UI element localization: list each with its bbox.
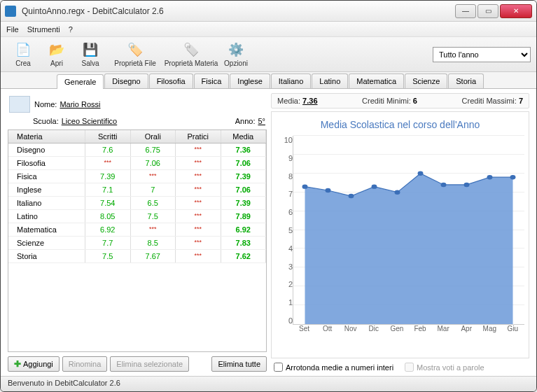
- tab-fisica[interactable]: Fisica: [194, 74, 230, 88]
- avatar-icon: [9, 96, 30, 113]
- cell-pratici: ***: [176, 183, 221, 196]
- svg-point-2: [326, 188, 331, 192]
- open-folder-icon: 📂: [48, 41, 65, 58]
- cell-materia: Matematica: [8, 223, 85, 236]
- opzioni-button[interactable]: ⚙️Opzioni: [219, 41, 253, 67]
- titlebar: QuintoAnno.regx - DebitCalculator 2.6 — …: [1, 1, 536, 22]
- cell-pratici: ***: [176, 250, 221, 262]
- crediti-min-value: 6: [413, 97, 417, 105]
- chart-yaxis: 109876543210: [276, 136, 293, 339]
- menu-file[interactable]: File: [6, 25, 19, 34]
- table-row[interactable]: Fisica7.39******7.39: [8, 170, 266, 183]
- header-scritti[interactable]: Scritti: [85, 130, 131, 143]
- tab-filosofia[interactable]: Filosofia: [149, 74, 193, 88]
- svg-point-3: [349, 194, 354, 198]
- cell-pratici: ***: [176, 157, 221, 169]
- cell-media: 7.39: [221, 170, 267, 183]
- cell-materia: Italiano: [8, 197, 85, 209]
- table-row[interactable]: Scienze7.78.5***7.83: [8, 237, 266, 250]
- svg-marker-0: [305, 174, 513, 324]
- tabs: GeneraleDisegnoFilosofiaFisicaIngleseIta…: [1, 72, 536, 89]
- svg-point-8: [464, 183, 470, 187]
- arrotonda-checkbox[interactable]: Arrotonda medie a numeri interi: [274, 363, 393, 372]
- tab-storia[interactable]: Storia: [448, 74, 484, 88]
- svg-point-5: [395, 190, 400, 194]
- minimize-button[interactable]: —: [455, 4, 476, 18]
- anno-value: 5°: [258, 117, 265, 125]
- tab-inglese[interactable]: Inglese: [230, 74, 270, 88]
- cell-scritti: 7.7: [85, 237, 131, 249]
- cell-scritti: ***: [85, 157, 131, 169]
- header-media[interactable]: Media: [221, 130, 267, 143]
- header-orali[interactable]: Orali: [131, 130, 176, 143]
- cell-scritti: 7.39: [85, 170, 131, 183]
- cell-scritti: 6.92: [85, 223, 131, 236]
- cell-orali: 7.67: [131, 250, 176, 262]
- cell-orali: 6.75: [131, 144, 176, 156]
- left-panel: Nome: Mario Rossi Scuola: Liceo Scientif…: [8, 93, 267, 372]
- window-title: QuintoAnno.regx - DebitCalculator 2.6: [19, 6, 454, 16]
- crediti-max-label: Crediti Massimi:: [462, 97, 517, 105]
- cell-media: 6.92: [221, 223, 267, 236]
- toolbar: 📄Crea 📂Apri 💾Salva 🏷️Proprietà File 🏷️Pr…: [1, 37, 536, 72]
- table-row[interactable]: Matematica6.92******6.92: [8, 223, 266, 237]
- menu-strumenti[interactable]: Strumenti: [27, 25, 60, 34]
- menubar: File Strumenti ?: [1, 22, 536, 37]
- rinomina-button[interactable]: Rinomina: [62, 356, 107, 372]
- cell-orali: 7: [131, 183, 176, 196]
- cell-scritti: 8.05: [85, 210, 131, 223]
- tab-latino[interactable]: Latino: [312, 74, 348, 88]
- cell-scritti: 7.6: [85, 144, 131, 156]
- cell-pratici: ***: [176, 210, 221, 223]
- elimina-selezionate-button[interactable]: Elimina selezionate: [110, 356, 189, 372]
- table-row[interactable]: Filosofia***7.06***7.06: [8, 157, 266, 170]
- chart-xaxis: SetOttNovDicGenFebMarAprMagGiu: [293, 325, 524, 339]
- grades-grid: Materia Scritti Orali Pratici Media Dise…: [8, 130, 267, 352]
- tab-scienze[interactable]: Scienze: [405, 74, 447, 88]
- tag-gray-icon: 🏷️: [183, 41, 200, 58]
- menu-help[interactable]: ?: [69, 25, 73, 34]
- scuola-label: Scuola:: [33, 117, 59, 125]
- tab-generale[interactable]: Generale: [57, 74, 104, 89]
- elimina-tutte-button[interactable]: Elimina tutte: [211, 356, 267, 372]
- apri-button[interactable]: 📂Apri: [40, 41, 74, 67]
- new-file-icon: 📄: [15, 41, 32, 58]
- maximize-button[interactable]: ▭: [477, 4, 498, 18]
- media-value: 7.36: [302, 97, 317, 105]
- tab-italiano[interactable]: Italiano: [271, 74, 311, 88]
- cell-pratici: ***: [176, 197, 221, 209]
- tab-disegno[interactable]: Disegno: [104, 74, 148, 88]
- cell-pratici: ***: [176, 237, 221, 249]
- tag-icon: 🏷️: [127, 41, 144, 58]
- parole-checkbox[interactable]: Mostra voti a parole: [405, 363, 484, 372]
- table-row[interactable]: Inglese7.17***7.06: [8, 183, 266, 197]
- chart-plot: [293, 136, 524, 325]
- cell-media: 7.06: [221, 157, 267, 169]
- plus-icon: ✚: [14, 359, 21, 369]
- app-icon: [5, 6, 16, 17]
- cell-pratici: ***: [176, 223, 221, 236]
- cell-scritti: 7.5: [85, 250, 131, 262]
- right-panel: Media: 7.36 Crediti Minimi: 6 Crediti Ma…: [271, 93, 529, 372]
- cell-scritti: 7.1: [85, 183, 131, 196]
- table-row[interactable]: Storia7.57.67***7.62: [8, 250, 266, 263]
- header-pratici[interactable]: Pratici: [176, 130, 221, 143]
- svg-point-7: [441, 183, 447, 187]
- proprieta-file-button[interactable]: 🏷️Proprietà File: [107, 41, 163, 67]
- table-row[interactable]: Latino8.057.5***7.89: [8, 210, 266, 223]
- close-button[interactable]: ✕: [500, 4, 532, 18]
- anno-label: Anno:: [235, 117, 256, 125]
- tab-matematica[interactable]: Matematica: [349, 74, 404, 88]
- nome-value: Mario Rossi: [60, 100, 100, 108]
- table-row[interactable]: Italiano7.546.5***7.39: [8, 197, 266, 210]
- crediti-min-label: Crediti Minimi:: [362, 97, 411, 105]
- cell-media: 7.62: [221, 250, 267, 262]
- crea-button[interactable]: 📄Crea: [6, 41, 40, 67]
- period-select[interactable]: Tutto l'anno: [433, 47, 531, 62]
- proprieta-materia-button[interactable]: 🏷️Proprietà Materia: [163, 41, 219, 67]
- table-row[interactable]: Disegno7.66.75***7.36: [8, 144, 266, 157]
- salva-button[interactable]: 💾Salva: [74, 41, 107, 67]
- cell-materia: Disegno: [8, 144, 85, 156]
- aggiungi-button[interactable]: ✚Aggiungi: [8, 356, 60, 372]
- header-materia[interactable]: Materia: [8, 130, 85, 143]
